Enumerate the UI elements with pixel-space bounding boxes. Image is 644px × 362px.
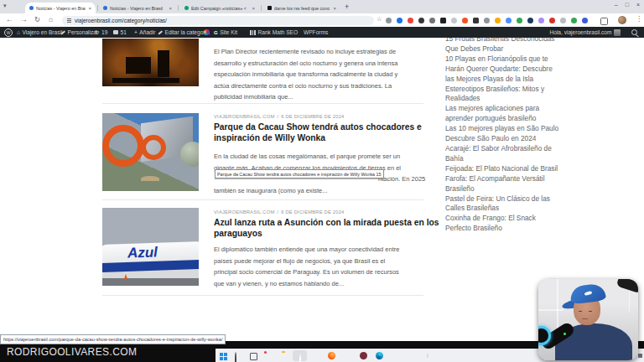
profile-avatar[interactable]: [618, 16, 626, 24]
sidebar-post-link[interactable]: Estereotipos Brasileños: Mitos y Realida…: [445, 85, 586, 105]
admin-customize[interactable]: Personalizar: [60, 27, 98, 38]
article-thumbnail-azul-plane[interactable]: Azul: [102, 208, 199, 286]
tab-close-icon[interactable]: ×: [169, 6, 172, 11]
article-title-link[interactable]: Azul lanza ruta a Asunción con la mirada…: [214, 218, 439, 240]
article-source-link[interactable]: VIAJEROENBRASIL.COM: [214, 114, 274, 119]
back-button[interactable]: ←: [6, 15, 13, 23]
extension-icon[interactable]: [429, 18, 435, 23]
google-g-icon: G: [214, 30, 218, 35]
browser-menu-icon[interactable]: ⋮: [636, 15, 642, 23]
article-title-link[interactable]: Parque da Cacau Show tendrá autos chocad…: [214, 122, 422, 144]
extension-icon[interactable]: [484, 18, 490, 23]
tab-noticias-active[interactable]: Noticias - Viajero en Brasil ×: [25, 3, 96, 13]
extensions-puzzle-icon[interactable]: [600, 18, 608, 25]
tab-edit-campaign[interactable]: Edit Campaign «noticias» < Vi ×: [180, 3, 259, 13]
admin-plugin-orb[interactable]: [204, 27, 210, 38]
wp-logo-menu[interactable]: W: [4, 27, 13, 38]
tab-close-icon[interactable]: ×: [252, 6, 255, 11]
floor-silhouette: [112, 78, 179, 83]
forward-button[interactable]: →: [20, 15, 28, 23]
sidebar-post-link[interactable]: Las mejores aplicaciones para aprender p…: [445, 104, 586, 124]
home-button[interactable]: ⌂: [49, 15, 53, 23]
address-bar[interactable]: viajeroenbrasil.com/category/noticias/: [62, 16, 374, 25]
excerpt-line-tail: ntación. En 2025: [378, 173, 425, 185]
tab-close-icon[interactable]: ×: [88, 6, 91, 11]
maximize-button[interactable]: □: [626, 2, 629, 8]
geodesic-dome: [180, 142, 199, 167]
sidebar-post-line: Farofa: El Acompañante Versátil: [445, 174, 586, 184]
article-thumbnail-cacau-park[interactable]: [102, 113, 199, 191]
reload-button[interactable]: ↻: [34, 15, 40, 23]
excerpt-line: también se inaugurará (como ya existe...: [214, 185, 428, 197]
task-view-icon[interactable]: [250, 353, 257, 360]
edge-icon[interactable]: [376, 352, 383, 359]
windows-start-icon[interactable]: [220, 353, 223, 356]
sidebar-post-line: Pastel de Feira: Un Clásico de las: [445, 194, 586, 204]
extension-icon[interactable]: [495, 18, 501, 23]
tab-chat-rss[interactable]: dame los rss feed que conozc ×: [263, 3, 340, 13]
extension-icon[interactable]: [440, 18, 446, 23]
extension-icon[interactable]: [527, 18, 533, 23]
extension-icon[interactable]: [408, 18, 413, 23]
extension-icon[interactable]: [506, 18, 512, 23]
extension-icon[interactable]: [582, 18, 588, 23]
admin-add-new[interactable]: + Añadir: [134, 27, 155, 38]
sidebar-post-link[interactable]: Feijoada: El Plato Nacional de Brasil: [445, 164, 586, 174]
sidebar-post-link[interactable]: Pastel de Feira: Un Clásico de las Calle…: [445, 194, 586, 215]
minimize-button[interactable]: –: [615, 2, 618, 8]
extension-icon[interactable]: [560, 18, 566, 23]
sidebar-post-link[interactable]: Acarajé: El Sabor Afrobrasileño de Bahía: [445, 144, 586, 164]
excerpt-line: actúa directamente contra el ocio noctur…: [214, 80, 428, 92]
extension-icon[interactable]: [549, 18, 555, 23]
admin-account[interactable]: Hola, viajeroenbrasil.com: [549, 27, 621, 38]
sidebar-post-link[interactable]: 10 Playas en Florianópolis que te Harán …: [445, 54, 586, 85]
tab-title: Noticias - Viajero en Brasil: [36, 6, 86, 11]
extension-icon[interactable]: [451, 18, 457, 23]
admin-wpforms[interactable]: WPForms: [304, 27, 328, 38]
audio-app-icon[interactable]: [360, 352, 367, 359]
wpforms-label: WPForms: [304, 29, 328, 35]
site-info-icon[interactable]: [67, 20, 71, 21]
firefox-icon[interactable]: [328, 352, 335, 359]
article-thumbnail-nightlife[interactable]: [102, 39, 199, 86]
admin-comments[interactable]: 51: [113, 27, 127, 38]
customize-label: Personalizar: [68, 29, 99, 35]
tab-search-chevron-icon[interactable]: ▾: [3, 3, 7, 9]
admin-edit-category[interactable]: Editar la categoría: [158, 27, 210, 38]
url-text[interactable]: viajeroenbrasil.com/category/noticias/: [75, 18, 167, 23]
sidebar-post-link[interactable]: Descubre São Paulo en 2024: [445, 134, 586, 144]
extension-icon[interactable]: [473, 18, 479, 23]
admin-search[interactable]: [631, 27, 637, 38]
window-controls: – □ ×: [615, 2, 640, 8]
extension-icon[interactable]: [386, 18, 392, 23]
extension-icon[interactable]: [538, 18, 544, 23]
tab-noticias-2[interactable]: Noticias - Viajero en Brasil ×: [99, 3, 176, 13]
admin-site-kit[interactable]: G Site Kit: [214, 27, 237, 38]
wp-admin-bar: W ⌂ Viajero en Brasil Personalizar ↻ 19 …: [0, 27, 644, 38]
comment-icon: [113, 30, 118, 34]
tab-close-icon[interactable]: ×: [333, 6, 336, 11]
sidebar-post-line: Acarajé: El Sabor Afrobrasileño de: [445, 144, 586, 154]
sidebar-post-link[interactable]: Las 10 mejores playas en São Paulo: [445, 124, 586, 134]
extension-icon[interactable]: [571, 18, 577, 23]
excerpt-line: países puede mejorar el flujo de negocio…: [214, 256, 428, 267]
admin-site-name[interactable]: ⌂ Viajero en Brasil: [17, 27, 62, 38]
extension-icon[interactable]: [517, 18, 522, 23]
sidebar-post-line: Estereotipos Brasileños: Mitos y: [445, 85, 586, 95]
new-tab-button[interactable]: +: [345, 3, 349, 11]
admin-updates[interactable]: ↻ 19: [95, 27, 107, 38]
sidebar-post-line: Brasileño: [445, 184, 586, 194]
extension-icon[interactable]: [462, 18, 468, 23]
sidebar-post-link[interactable]: Farofa: El Acompañante Versátil Brasileñ…: [445, 174, 586, 194]
admin-rank-math[interactable]: Rank Math SEO: [250, 27, 298, 38]
taskbar-search-icon[interactable]: [235, 352, 236, 362]
sidebar-post-line: Que Debes Probar: [445, 44, 586, 54]
system-tray-icon[interactable]: [638, 354, 642, 358]
bookmark-star-icon[interactable]: ☆: [377, 15, 382, 23]
sidebar-post-link[interactable]: Coxinha de Frango: El Snack Perfecto Bra…: [445, 214, 586, 234]
article-source-link[interactable]: VIAJEROENBRASIL.COM: [214, 209, 274, 215]
extension-icon[interactable]: [418, 18, 424, 23]
person-cap: [569, 283, 606, 305]
extension-icon[interactable]: [397, 18, 402, 23]
close-button[interactable]: ×: [636, 2, 640, 8]
